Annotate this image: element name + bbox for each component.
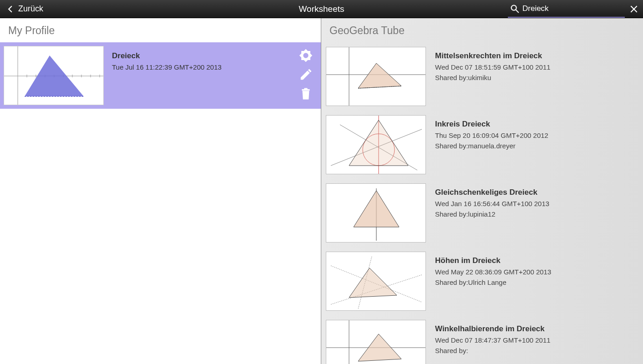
- search-input[interactable]: [520, 4, 623, 13]
- worksheet-title: Dreieck: [112, 51, 290, 61]
- svg-line-1: [516, 10, 519, 12]
- page-title: Worksheets: [299, 4, 344, 14]
- geogebra-tube-pane: GeoGebra Tube Mittelsenkrechten im Dreie…: [321, 18, 643, 364]
- worksheet-info: Dreieck Tue Jul 16 11:22:39 GMT+200 2013: [104, 46, 298, 105]
- tube-worksheet-item[interactable]: Mittelsenkrechten im Dreieck Wed Dec 07 …: [321, 42, 643, 111]
- tube-worksheet-item[interactable]: Gleichschenkeliges Dreieck Wed Jan 16 16…: [321, 179, 643, 247]
- svg-marker-22: [358, 63, 401, 88]
- tube-info: Inkreis Dreieck Thu Sep 20 16:09:04 GMT+…: [426, 115, 557, 174]
- tube-date: Thu Sep 20 16:09:04 GMT+200 2012: [435, 131, 548, 139]
- profile-section-title: My Profile: [0, 18, 321, 42]
- tube-info: Höhen im Dreieck Wed May 22 08:36:09 GMT…: [426, 252, 560, 311]
- svg-marker-34: [349, 268, 397, 298]
- search-icon: [510, 4, 520, 14]
- clear-search-button[interactable]: [625, 5, 643, 14]
- svg-marker-30: [354, 191, 399, 227]
- back-button[interactable]: Zurück: [0, 0, 50, 18]
- settings-icon[interactable]: [298, 48, 314, 63]
- tube-thumbnail: [326, 183, 426, 243]
- tube-worksheet-item[interactable]: Inkreis Dreieck Thu Sep 20 16:09:04 GMT+…: [321, 111, 643, 179]
- back-icon: [6, 5, 15, 13]
- svg-point-17: [303, 53, 308, 58]
- profile-worksheet-item[interactable]: Dreieck Tue Jul 16 11:22:39 GMT+200 2013: [0, 42, 321, 109]
- tube-worksheet-item[interactable]: Winkelhalbierende im Dreieck Wed Dec 07 …: [321, 315, 643, 364]
- tube-date: Wed May 22 08:36:09 GMT+200 2013: [435, 268, 551, 276]
- tube-date: Wed Jan 16 16:56:44 GMT+100 2013: [435, 200, 549, 207]
- tube-author: Shared by:lupinia12: [435, 210, 549, 218]
- worksheet-date: Tue Jul 16 11:22:39 GMT+200 2013: [112, 63, 290, 71]
- tube-thumbnail: [326, 47, 426, 106]
- tube-date: Wed Dec 07 18:47:37 GMT+100 2011: [435, 336, 551, 344]
- tube-title: Winkelhalbierende im Dreieck: [435, 324, 551, 334]
- tube-author: Shared by:: [435, 347, 551, 354]
- worksheet-actions: [298, 46, 317, 105]
- close-icon: [629, 5, 638, 14]
- tube-thumbnail: [326, 320, 426, 364]
- edit-icon[interactable]: [299, 68, 313, 81]
- tube-info: Mittelsenkrechten im Dreieck Wed Dec 07 …: [426, 47, 560, 106]
- tube-author: Shared by:manuela.dreyer: [435, 142, 548, 150]
- main-body: My Profile Dreieck Tue Jul 16 11:22:39 G…: [0, 18, 643, 364]
- app-header: Zurück Worksheets: [0, 0, 643, 18]
- tube-author: Shared by:ukimiku: [435, 74, 551, 81]
- back-label: Zurück: [18, 4, 43, 14]
- delete-icon[interactable]: [299, 86, 313, 101]
- tube-thumbnail: [326, 115, 426, 174]
- tube-thumbnail: [326, 252, 426, 311]
- tube-author: Shared by:Ulrich Lange: [435, 278, 551, 286]
- tube-date: Wed Dec 07 18:51:59 GMT+100 2011: [435, 63, 551, 71]
- tube-info: Winkelhalbierende im Dreieck Wed Dec 07 …: [426, 320, 560, 364]
- tube-section-title: GeoGebra Tube: [321, 18, 643, 42]
- tube-title: Mittelsenkrechten im Dreieck: [435, 51, 551, 61]
- tube-title: Höhen im Dreieck: [435, 256, 551, 265]
- search-area: [508, 0, 625, 18]
- tube-worksheet-item[interactable]: Höhen im Dreieck Wed May 22 08:36:09 GMT…: [321, 247, 643, 315]
- tube-title: Gleichschenkeliges Dreieck: [435, 188, 549, 197]
- my-profile-pane: My Profile Dreieck Tue Jul 16 11:22:39 G…: [0, 18, 321, 364]
- worksheet-thumbnail: [4, 46, 104, 105]
- tube-info: Gleichschenkeliges Dreieck Wed Jan 16 16…: [426, 183, 558, 243]
- tube-title: Inkreis Dreieck: [435, 120, 548, 129]
- svg-marker-28: [349, 120, 408, 166]
- svg-rect-19: [304, 88, 308, 90]
